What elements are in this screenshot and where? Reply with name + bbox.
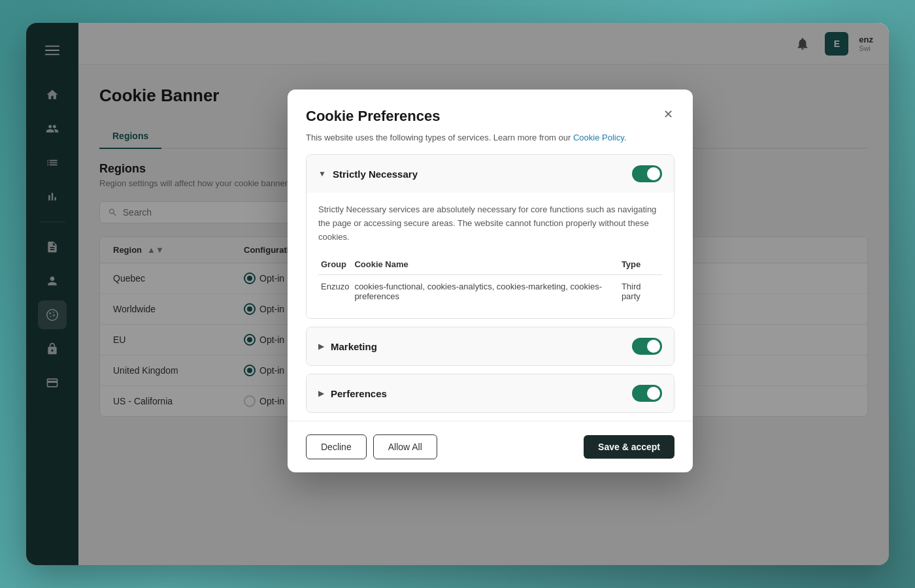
cookie-preferences-modal: Cookie Preferences This website uses the… [288, 90, 693, 473]
modal-description: This website uses the following types of… [306, 131, 674, 144]
modal-overlay[interactable]: Cookie Preferences This website uses the… [26, 23, 889, 565]
accordion-header-preferences[interactable]: ▶ Perferences [307, 374, 674, 412]
chevron-right-icon: ▶ [318, 389, 324, 398]
accordion-header-marketing[interactable]: ▶ Marketing [307, 327, 674, 365]
marketing-toggle[interactable] [632, 338, 662, 355]
accordion-strictly-necessary: ▼ Strictly Necessary Strictly Necessary … [306, 154, 674, 319]
strictly-necessary-desc: Strictly Necessary services are absolute… [318, 203, 662, 244]
cookie-table-row: Enzuzo cookies-functional, cookies-analy… [318, 275, 662, 308]
modal-header: Cookie Preferences This website uses the… [288, 90, 693, 155]
modal-close-button[interactable]: ✕ [659, 105, 677, 123]
accordion-left: ▶ Marketing [318, 341, 377, 352]
accordion-title: Marketing [331, 341, 377, 352]
accordion-content-strictly-necessary: Strictly Necessary services are absolute… [307, 193, 674, 318]
accordion-header-strictly-necessary[interactable]: ▼ Strictly Necessary [307, 155, 674, 193]
accordion-title: Perferences [331, 388, 387, 399]
accordion-left: ▼ Strictly Necessary [318, 169, 418, 180]
cookie-table: Group Cookie Name Type Enzuzo cookies-fu… [318, 254, 662, 308]
save-accept-button[interactable]: Save & accept [584, 435, 674, 459]
chevron-down-icon: ▼ [318, 169, 326, 178]
strictly-necessary-toggle[interactable] [632, 165, 662, 182]
preferences-toggle[interactable] [632, 385, 662, 402]
modal-title: Cookie Preferences [306, 108, 674, 125]
accordion-marketing: ▶ Marketing [306, 327, 674, 366]
accordion-preferences: ▶ Perferences [306, 374, 674, 413]
cookie-policy-link[interactable]: Cookie Policy [573, 133, 624, 142]
col-group: Group [318, 254, 352, 275]
app-container: E enz Swi Cookie Banner Regions Regions … [26, 23, 889, 565]
accordion-left: ▶ Perferences [318, 388, 387, 399]
footer-left-buttons: Decline Allow All [306, 434, 437, 459]
cookie-type: Third party [619, 275, 662, 308]
chevron-right-icon: ▶ [318, 342, 324, 351]
allow-all-button[interactable]: Allow All [373, 434, 437, 459]
accordion-title: Strictly Necessary [333, 169, 418, 180]
col-type: Type [619, 254, 662, 275]
cookie-group: Enzuzo [318, 275, 352, 308]
modal-body: ▼ Strictly Necessary Strictly Necessary … [288, 154, 693, 421]
cookie-name: cookies-functional, cookies-analytics, c… [352, 275, 619, 308]
col-cookie-name: Cookie Name [352, 254, 619, 275]
modal-footer: Decline Allow All Save & accept [288, 421, 693, 472]
decline-button[interactable]: Decline [306, 434, 367, 459]
